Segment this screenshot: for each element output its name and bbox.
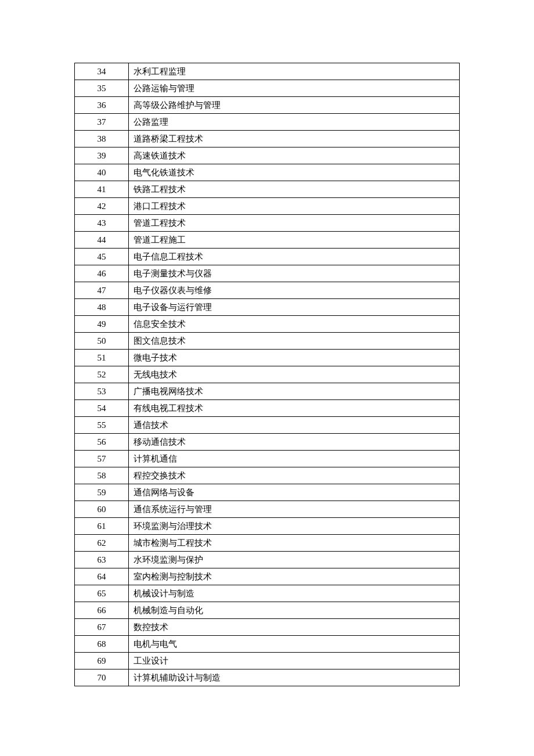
- row-name: 管道工程施工: [129, 232, 460, 249]
- row-name: 图文信息技术: [129, 333, 460, 350]
- row-name: 广播电视网络技术: [129, 383, 460, 400]
- row-number: 34: [75, 63, 129, 80]
- table-row: 60通信系统运行与管理: [75, 501, 460, 518]
- row-name: 公路运输与管理: [129, 80, 460, 97]
- table-row: 51微电子技术: [75, 350, 460, 366]
- table-row: 66机械制造与自动化: [75, 602, 460, 619]
- table-row: 59通信网络与设备: [75, 484, 460, 501]
- row-number: 50: [75, 333, 129, 350]
- row-name: 铁路工程技术: [129, 181, 460, 198]
- table-row: 68电机与电气: [75, 636, 460, 653]
- table-row: 37公路监理: [75, 114, 460, 131]
- table-row: 52无线电技术: [75, 366, 460, 383]
- row-name: 通信系统运行与管理: [129, 501, 460, 518]
- row-name: 电子设备与运行管理: [129, 299, 460, 316]
- row-number: 53: [75, 383, 129, 400]
- table-row: 58程控交换技术: [75, 467, 460, 484]
- row-name: 信息安全技术: [129, 316, 460, 333]
- row-number: 40: [75, 164, 129, 181]
- row-name: 通信技术: [129, 417, 460, 434]
- table-row: 47电子仪器仪表与维修: [75, 282, 460, 299]
- row-name: 电子测量技术与仪器: [129, 265, 460, 282]
- row-number: 70: [75, 669, 129, 686]
- table-row: 55通信技术: [75, 417, 460, 434]
- row-number: 46: [75, 265, 129, 282]
- table-row: 67数控技术: [75, 619, 460, 636]
- row-name: 高等级公路维护与管理: [129, 97, 460, 114]
- row-name: 水利工程监理: [129, 63, 460, 80]
- table-row: 65机械设计与制造: [75, 585, 460, 602]
- row-number: 41: [75, 181, 129, 198]
- table-row: 62城市检测与工程技术: [75, 535, 460, 552]
- table-row: 57计算机通信: [75, 451, 460, 467]
- row-number: 67: [75, 619, 129, 636]
- row-number: 43: [75, 215, 129, 232]
- table-row: 38道路桥梁工程技术: [75, 131, 460, 147]
- row-name: 港口工程技术: [129, 198, 460, 215]
- table-row: 40电气化铁道技术: [75, 164, 460, 181]
- row-number: 37: [75, 114, 129, 131]
- row-number: 57: [75, 451, 129, 467]
- row-number: 39: [75, 147, 129, 164]
- row-name: 计算机通信: [129, 451, 460, 467]
- document-page: 34水利工程监理35公路运输与管理36高等级公路维护与管理37公路监理38道路桥…: [0, 0, 534, 756]
- table-row: 34水利工程监理: [75, 63, 460, 80]
- row-number: 42: [75, 198, 129, 215]
- table-row: 56移动通信技术: [75, 434, 460, 451]
- row-name: 道路桥梁工程技术: [129, 131, 460, 147]
- row-number: 65: [75, 585, 129, 602]
- row-number: 48: [75, 299, 129, 316]
- row-name: 数控技术: [129, 619, 460, 636]
- row-name: 计算机辅助设计与制造: [129, 669, 460, 686]
- row-number: 68: [75, 636, 129, 653]
- table-row: 69工业设计: [75, 653, 460, 669]
- table-row: 61环境监测与治理技术: [75, 518, 460, 535]
- row-number: 64: [75, 568, 129, 585]
- row-number: 66: [75, 602, 129, 619]
- row-name: 微电子技术: [129, 350, 460, 366]
- row-number: 58: [75, 467, 129, 484]
- table-row: 44管道工程施工: [75, 232, 460, 249]
- row-name: 有线电视工程技术: [129, 400, 460, 417]
- row-number: 55: [75, 417, 129, 434]
- table-row: 42港口工程技术: [75, 198, 460, 215]
- table-row: 36高等级公路维护与管理: [75, 97, 460, 114]
- row-number: 45: [75, 249, 129, 265]
- row-number: 51: [75, 350, 129, 366]
- row-number: 47: [75, 282, 129, 299]
- table-row: 48电子设备与运行管理: [75, 299, 460, 316]
- row-number: 62: [75, 535, 129, 552]
- table-row: 43管道工程技术: [75, 215, 460, 232]
- row-name: 程控交换技术: [129, 467, 460, 484]
- row-name: 环境监测与治理技术: [129, 518, 460, 535]
- table-row: 49信息安全技术: [75, 316, 460, 333]
- table-row: 41铁路工程技术: [75, 181, 460, 198]
- row-name: 公路监理: [129, 114, 460, 131]
- row-name: 管道工程技术: [129, 215, 460, 232]
- row-number: 69: [75, 653, 129, 669]
- row-number: 49: [75, 316, 129, 333]
- row-name: 机械制造与自动化: [129, 602, 460, 619]
- row-number: 38: [75, 131, 129, 147]
- row-number: 35: [75, 80, 129, 97]
- table-row: 64室内检测与控制技术: [75, 568, 460, 585]
- table-row: 63水环境监测与保护: [75, 552, 460, 568]
- row-number: 54: [75, 400, 129, 417]
- row-name: 机械设计与制造: [129, 585, 460, 602]
- row-name: 电机与电气: [129, 636, 460, 653]
- row-number: 63: [75, 552, 129, 568]
- table-row: 53广播电视网络技术: [75, 383, 460, 400]
- row-name: 无线电技术: [129, 366, 460, 383]
- row-name: 电子信息工程技术: [129, 249, 460, 265]
- table-row: 50图文信息技术: [75, 333, 460, 350]
- row-number: 59: [75, 484, 129, 501]
- row-name: 电子仪器仪表与维修: [129, 282, 460, 299]
- row-name: 城市检测与工程技术: [129, 535, 460, 552]
- row-number: 52: [75, 366, 129, 383]
- row-name: 室内检测与控制技术: [129, 568, 460, 585]
- row-name: 高速铁道技术: [129, 147, 460, 164]
- row-number: 56: [75, 434, 129, 451]
- table-row: 70计算机辅助设计与制造: [75, 669, 460, 686]
- table-row: 54有线电视工程技术: [75, 400, 460, 417]
- row-number: 44: [75, 232, 129, 249]
